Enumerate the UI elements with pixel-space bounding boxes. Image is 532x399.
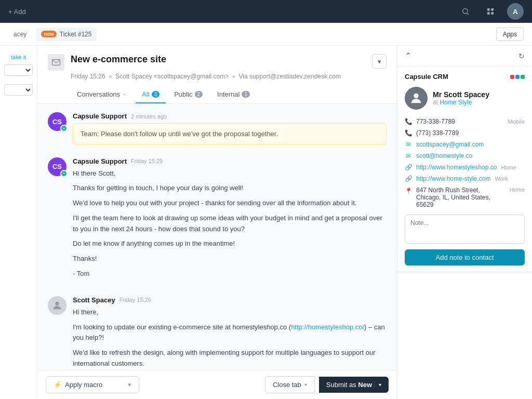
tab-public[interactable]: Public 2 bbox=[168, 86, 209, 103]
submit-label: Submit as New bbox=[326, 381, 372, 389]
close-tab-chevron-icon: ▾ bbox=[304, 382, 307, 388]
conversation-tabs: Conversations All 3 Public 2 Internal 1 bbox=[71, 86, 387, 103]
crm-logo-dot-3 bbox=[521, 75, 525, 79]
tab-conversations[interactable]: Conversations bbox=[71, 86, 134, 103]
link-icon-1: 🔗 bbox=[405, 164, 412, 171]
detail-phone-alt: 📞 (773) 338-7789 bbox=[405, 127, 525, 139]
message-content-2: Capsule Support Friday 15:29 Hi there Sc… bbox=[73, 157, 387, 284]
take-it-link[interactable]: take it bbox=[11, 54, 26, 60]
crm-header: Capsule CRM bbox=[405, 73, 525, 81]
tab-all-label: All bbox=[142, 90, 149, 98]
message-author-1: Capsule Support bbox=[73, 112, 127, 120]
contact-org: at Home Style bbox=[433, 99, 489, 106]
left-sidebar: take it bbox=[0, 46, 37, 399]
ticket-sender: Scott Spacey <scottspacey@gmail.com> bbox=[115, 73, 229, 80]
tab-internal-label: Internal bbox=[217, 90, 240, 98]
message-group-2: CS + Capsule Support Friday 15:29 Hi the… bbox=[48, 157, 387, 284]
detail-email-2: ✉ scott@homestyle.co bbox=[405, 150, 525, 162]
contact-details: 📞 773-338-7789 Mobile 📞 (773) 338-7789 ✉… bbox=[405, 116, 525, 215]
tab-bar: acey new Ticket #125 Apps bbox=[0, 23, 532, 46]
avatar-support-1: CS + bbox=[48, 112, 66, 131]
message-time-3: Friday 15:26 bbox=[119, 297, 151, 303]
svg-rect-4 bbox=[487, 12, 490, 15]
message-author-3: Scott Spacey bbox=[73, 296, 115, 304]
ticket-via: Via support@zestiadev.zendesk.com bbox=[238, 73, 341, 80]
message-time-2: Friday 15:29 bbox=[131, 158, 163, 164]
messages-area: CS + Capsule Support 2 minutes ago Team:… bbox=[37, 104, 397, 370]
tab-public-label: Public bbox=[174, 90, 192, 98]
contact-avatar bbox=[405, 87, 428, 110]
detail-email-1: ✉ scottspacey@gmail.com bbox=[405, 139, 525, 150]
tab-internal-count: 1 bbox=[242, 91, 250, 98]
email-icon bbox=[48, 54, 64, 71]
svg-rect-5 bbox=[491, 12, 494, 15]
contact-name: Mr Scott Spacey bbox=[433, 90, 489, 99]
add-button[interactable]: + Add bbox=[8, 8, 26, 16]
link-icon-2: 🔗 bbox=[405, 175, 412, 182]
grid-icon[interactable] bbox=[482, 3, 499, 20]
detail-website-1: 🔗 http://www.homestyleshop.co Home bbox=[405, 162, 525, 173]
apps-button[interactable]: Apps bbox=[496, 28, 524, 41]
crm-logo bbox=[510, 75, 525, 79]
tab-public-count: 2 bbox=[195, 91, 203, 98]
apply-macro-button[interactable]: ⚡ Apply macro ▾ bbox=[46, 376, 139, 393]
svg-point-7 bbox=[55, 302, 59, 305]
address-value: 847 North Rush Street, Chicago, IL, Unit… bbox=[416, 187, 506, 208]
tab-conversations-label: Conversations bbox=[77, 90, 120, 98]
address-label: Home bbox=[510, 187, 525, 193]
search-icon[interactable] bbox=[457, 3, 474, 20]
sidebar-dropdown-1[interactable] bbox=[4, 64, 33, 76]
website-1-link[interactable]: http://www.homestyleshop.co bbox=[416, 164, 497, 171]
message-time-1: 2 minutes ago bbox=[131, 113, 167, 119]
message-content-1: Capsule Support 2 minutes ago Team: Plea… bbox=[73, 112, 387, 145]
ticket-header: New e-commerce site ▾ Friday 15:26 ● Sco… bbox=[37, 46, 397, 104]
crm-title: Capsule CRM bbox=[405, 73, 448, 81]
message-body-3: Hi there, I'm looking to update our exis… bbox=[73, 307, 387, 370]
right-panel-header: ⌃ ↻ bbox=[397, 46, 532, 66]
email-2-link[interactable]: scott@homestyle.co bbox=[416, 152, 472, 159]
user-avatar[interactable]: A bbox=[507, 3, 524, 20]
homestyleshop-link[interactable]: http://homestyleshop.co/ bbox=[291, 323, 364, 331]
ticket-dropdown-button[interactable]: ▾ bbox=[372, 54, 387, 69]
ticket-title: New e-commerce site bbox=[71, 54, 366, 65]
message-content-3: Scott Spacey Friday 15:26 Hi there, I'm … bbox=[73, 296, 387, 370]
phone-alt-value: (773) 338-7789 bbox=[416, 129, 525, 137]
apply-macro-label: Apply macro bbox=[65, 381, 102, 389]
crm-section: Capsule CRM Mr Scott Spacey at Home Styl… bbox=[397, 66, 532, 272]
sidebar-dropdown-2[interactable] bbox=[4, 84, 33, 96]
avatar-badge: + bbox=[60, 125, 68, 132]
message-note-1: Team: Please don't follow up until we've… bbox=[73, 123, 387, 145]
panel-refresh-button[interactable]: ↻ bbox=[518, 52, 525, 60]
macro-chevron-icon: ▾ bbox=[128, 381, 131, 389]
location-icon: 📍 bbox=[405, 188, 412, 195]
svg-point-8 bbox=[414, 94, 418, 98]
ticket-meta: Friday 15:26 ● Scott Spacey <scottspacey… bbox=[71, 73, 387, 80]
message-group-1: CS + Capsule Support 2 minutes ago Team:… bbox=[48, 112, 387, 145]
website-2-label: Work bbox=[495, 176, 508, 182]
tab-user[interactable]: acey bbox=[8, 28, 32, 41]
tab-internal[interactable]: Internal 1 bbox=[211, 86, 256, 103]
ticket-badge: new bbox=[41, 31, 56, 37]
tab-user-label: acey bbox=[14, 31, 26, 38]
note-textarea[interactable] bbox=[405, 215, 525, 244]
lightning-icon: ⚡ bbox=[54, 381, 62, 389]
close-tab-button[interactable]: Close tab ▾ bbox=[265, 376, 315, 393]
detail-website-2: 🔗 http://www.home-style.com Work bbox=[405, 173, 525, 184]
tab-all[interactable]: All 3 bbox=[136, 86, 166, 103]
contact-row: Mr Scott Spacey at Home Style bbox=[405, 87, 525, 110]
close-tab-label: Close tab bbox=[273, 381, 301, 389]
bottom-bar: ⚡ Apply macro ▾ Close tab ▾ Submit as Ne… bbox=[37, 370, 397, 399]
content-area: New e-commerce site ▾ Friday 15:26 ● Sco… bbox=[37, 46, 397, 399]
message-author-2: Capsule Support bbox=[73, 157, 127, 165]
submit-button[interactable]: Submit as New ▾ bbox=[319, 377, 389, 393]
website-2-link[interactable]: http://www.home-style.com bbox=[416, 175, 490, 182]
avatar-user bbox=[48, 296, 66, 315]
email-icon-2: ✉ bbox=[405, 152, 412, 159]
message-group-3: Scott Spacey Friday 15:26 Hi there, I'm … bbox=[48, 296, 387, 370]
add-note-button[interactable]: Add note to contact bbox=[405, 249, 525, 265]
tab-ticket[interactable]: new Ticket #125 bbox=[36, 28, 97, 41]
email-1-link[interactable]: scottspacey@gmail.com bbox=[416, 141, 484, 148]
contact-org-link[interactable]: Home Style bbox=[440, 99, 472, 106]
panel-collapse-button[interactable]: ⌃ bbox=[405, 51, 411, 61]
svg-point-0 bbox=[463, 9, 468, 14]
